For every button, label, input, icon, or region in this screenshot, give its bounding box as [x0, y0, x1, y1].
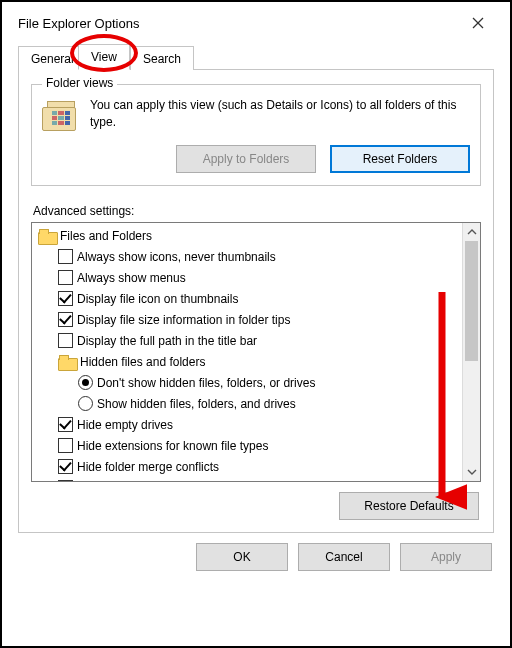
tab-panel-view: Folder views You can apply this view (su… — [18, 70, 494, 533]
tree-radio-item[interactable]: Show hidden files, folders, and drives — [36, 393, 460, 414]
tree-item[interactable]: Always show menus — [36, 267, 460, 288]
scrollbar[interactable] — [462, 223, 480, 481]
scroll-thumb[interactable] — [465, 241, 478, 361]
tree-item[interactable]: Display the full path in the title bar — [36, 330, 460, 351]
folder-icon — [58, 355, 76, 369]
tree-item[interactable]: Hide empty drives — [36, 414, 460, 435]
ok-button[interactable]: OK — [196, 543, 288, 571]
title-bar: File Explorer Options — [8, 8, 504, 38]
folder-views-desc: You can apply this view (such as Details… — [90, 97, 470, 131]
tree-item[interactable]: Display file icon on thumbnails — [36, 288, 460, 309]
tree-radio-item[interactable]: Don't show hidden files, folders, or dri… — [36, 372, 460, 393]
checkbox[interactable] — [58, 417, 73, 432]
folder-views-group: Folder views You can apply this view (su… — [31, 84, 481, 186]
folder-icon — [38, 229, 56, 243]
scroll-track[interactable] — [463, 241, 480, 463]
cancel-button[interactable]: Cancel — [298, 543, 390, 571]
tree-root-label: Files and Folders — [60, 229, 152, 243]
tree-item[interactable]: Hide extensions for known file types — [36, 435, 460, 456]
folder-views-legend: Folder views — [42, 76, 117, 90]
apply-button: Apply — [400, 543, 492, 571]
radio[interactable] — [78, 396, 93, 411]
tree-root[interactable]: Files and Folders — [36, 225, 460, 246]
close-button[interactable] — [458, 9, 498, 37]
tab-search[interactable]: Search — [130, 46, 194, 70]
restore-defaults-button[interactable]: Restore Defaults — [339, 492, 479, 520]
checkbox[interactable] — [58, 459, 73, 474]
tree-item[interactable]: Hide protected operating system files (R… — [36, 477, 460, 481]
checkbox[interactable] — [58, 438, 73, 453]
checkbox[interactable] — [58, 312, 73, 327]
checkbox[interactable] — [58, 270, 73, 285]
folder-views-icon — [42, 99, 80, 133]
checkbox[interactable] — [58, 249, 73, 264]
scroll-down-button[interactable] — [463, 463, 480, 481]
advanced-settings-label: Advanced settings: — [33, 204, 481, 218]
radio[interactable] — [78, 375, 93, 390]
checkbox[interactable] — [58, 480, 73, 481]
tab-strip: General View Search — [18, 44, 494, 70]
tree-item[interactable]: Hide folder merge conflicts — [36, 456, 460, 477]
scroll-up-button[interactable] — [463, 223, 480, 241]
checkbox[interactable] — [58, 333, 73, 348]
dialog-buttons: OK Cancel Apply — [20, 543, 492, 571]
tree-item[interactable]: Always show icons, never thumbnails — [36, 246, 460, 267]
checkbox[interactable] — [58, 291, 73, 306]
tree-item[interactable]: Display file size information in folder … — [36, 309, 460, 330]
tree-group-hidden[interactable]: Hidden files and folders — [36, 351, 460, 372]
advanced-settings-tree: Files and Folders Always show icons, nev… — [31, 222, 481, 482]
apply-to-folders-button: Apply to Folders — [176, 145, 316, 173]
tab-general[interactable]: General — [18, 46, 87, 70]
tab-view[interactable]: View — [78, 44, 130, 70]
window-title: File Explorer Options — [18, 16, 139, 31]
reset-folders-button[interactable]: Reset Folders — [330, 145, 470, 173]
